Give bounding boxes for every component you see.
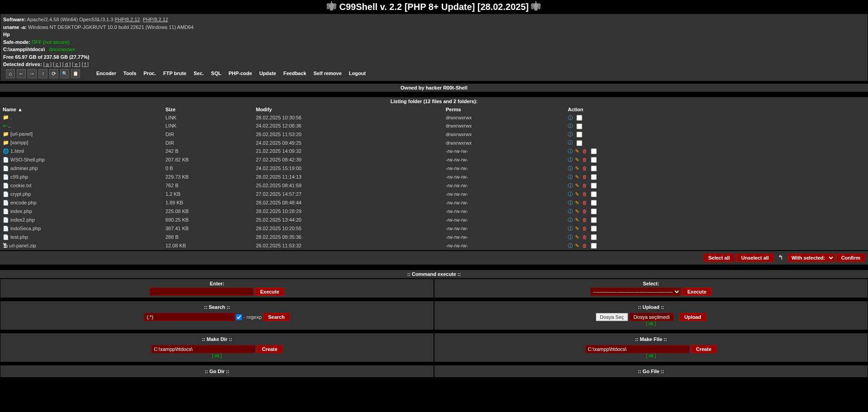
row-checkbox[interactable]: [591, 166, 597, 171]
file-name[interactable]: encode.php: [10, 200, 37, 205]
file-perms[interactable]: -rw-rw-rw-: [443, 242, 565, 250]
file-name[interactable]: 1.html: [10, 148, 24, 154]
file-name[interactable]: index.php: [10, 208, 32, 214]
mkdir-input[interactable]: [151, 345, 255, 353]
file-name[interactable]: c99.php: [10, 174, 28, 180]
edit-icon[interactable]: ✎: [575, 226, 581, 232]
table-row[interactable]: 📄 encode.php1.89 KB28.02.2025 08:48:44-r…: [0, 199, 868, 207]
execute-button[interactable]: Execute: [682, 288, 711, 296]
row-checkbox[interactable]: [576, 123, 582, 129]
edit-icon[interactable]: ✎: [575, 200, 581, 206]
command-input[interactable]: [150, 288, 254, 296]
table-row[interactable]: 📄 adminer.php0 B24.02.2025 15:19:00-rw-r…: [0, 164, 868, 173]
drive-link[interactable]: [ c ]: [53, 62, 61, 67]
drive-link[interactable]: [ e ]: [72, 62, 80, 67]
back-icon[interactable]: [17, 69, 26, 78]
file-name[interactable]: indoSeca.php: [10, 226, 41, 231]
edit-icon[interactable]: ✎: [575, 183, 581, 189]
file-perms[interactable]: drwxrwxrwx: [443, 122, 565, 130]
regexp-checkbox[interactable]: [236, 314, 242, 320]
file-perms[interactable]: -rw-rw-rw-: [443, 164, 565, 173]
file-name[interactable]: ..: [8, 123, 11, 128]
php-link[interactable]: PHP/8.2.12: [114, 17, 140, 22]
table-row[interactable]: 📄 indoSeca.php387.41 KB28.02.2025 10:20:…: [0, 224, 868, 233]
file-perms[interactable]: drwxrwxrwx: [443, 114, 565, 122]
file-name[interactable]: .: [10, 114, 12, 120]
delete-icon[interactable]: 🗑: [582, 166, 589, 172]
file-name[interactable]: url-panel.zip: [9, 243, 36, 248]
table-row[interactable]: 📁 [url-panel]DIR26.02.2025 11:53:20drwxr…: [0, 130, 868, 139]
row-checkbox[interactable]: [591, 148, 597, 154]
file-perms[interactable]: drwxrwxrwx: [443, 138, 565, 147]
edit-icon[interactable]: ✎: [575, 191, 581, 198]
table-row[interactable]: ↩ ..LINK24.02.2025 12:06:36drwxrwxrwxⓘ: [0, 122, 868, 130]
table-row[interactable]: 📄 crypt.php1.2 KB27.02.2025 14:57:27-rw-…: [0, 190, 868, 199]
toolbar-ftp-brute[interactable]: FTP brute: [160, 70, 190, 77]
search-button[interactable]: Search: [263, 313, 290, 321]
edit-icon[interactable]: ✎: [575, 148, 581, 155]
delete-icon[interactable]: 🗑: [582, 226, 589, 232]
table-row[interactable]: 🗜 url-panel.zip12.08 KB26.02.2025 11:53:…: [0, 242, 868, 250]
info-icon[interactable]: ⓘ: [568, 148, 574, 154]
drive-link[interactable]: [ d ]: [62, 62, 71, 67]
mkfile-button[interactable]: Create: [691, 345, 716, 353]
edit-icon[interactable]: ✎: [575, 174, 581, 180]
toolbar-sec-[interactable]: Sec.: [190, 70, 208, 77]
toolbar-update[interactable]: Update: [255, 70, 279, 77]
file-perms[interactable]: drwxrwxrwx: [443, 130, 565, 139]
info-icon[interactable]: ⓘ: [568, 234, 574, 240]
info-icon[interactable]: ⓘ: [568, 123, 574, 129]
table-row[interactable]: 🌐 1.html242 B21.02.2025 14:09:32-rw-rw-r…: [0, 147, 868, 156]
table-row[interactable]: 📁 [xampp]DIR24.02.2025 09:49:25drwxrwxrw…: [0, 138, 868, 147]
col-size[interactable]: Size: [163, 105, 253, 114]
table-row[interactable]: 📁 .LINK28.02.2025 10:30:56drwxrwxrwxⓘ: [0, 114, 868, 122]
delete-icon[interactable]: 🗑: [582, 183, 589, 189]
info-icon[interactable]: ⓘ: [568, 114, 574, 121]
file-perms[interactable]: -rw-rw-rw-: [443, 181, 565, 190]
file-name[interactable]: adminer.php: [10, 166, 38, 171]
delete-icon[interactable]: 🗑: [582, 208, 589, 215]
refresh-icon[interactable]: [49, 69, 58, 78]
search-icon[interactable]: [60, 69, 69, 78]
toolbar-php-code[interactable]: PHP-code: [225, 70, 255, 77]
file-perms[interactable]: -rw-rw-rw-: [443, 233, 565, 242]
table-row[interactable]: 📄 test.php288 B28.02.2025 08:35:36-rw-rw…: [0, 233, 868, 242]
php-link[interactable]: PHP/8.2.12: [143, 17, 168, 22]
info-icon[interactable]: ⓘ: [568, 182, 574, 189]
row-checkbox[interactable]: [591, 208, 597, 214]
info-icon[interactable]: ⓘ: [568, 174, 574, 180]
info-icon[interactable]: ⓘ: [568, 225, 574, 232]
table-row[interactable]: 📄 index.php225.08 KB28.02.2025 10:28:29-…: [0, 207, 868, 216]
row-checkbox[interactable]: [591, 243, 597, 249]
col-name[interactable]: Name ▲: [0, 105, 163, 114]
mkfile-input[interactable]: [585, 345, 689, 353]
file-name[interactable]: [xampp]: [10, 140, 28, 145]
toolbar-sql[interactable]: SQL: [208, 70, 225, 77]
info-icon[interactable]: ⓘ: [568, 217, 574, 223]
row-checkbox[interactable]: [576, 115, 582, 121]
toolbar-proc-[interactable]: Proc.: [140, 70, 160, 77]
delete-icon[interactable]: 🗑: [582, 157, 589, 163]
file-name[interactable]: WSO-Shell.php: [10, 157, 45, 162]
info-icon[interactable]: ⓘ: [568, 156, 574, 163]
home-icon[interactable]: [6, 69, 15, 78]
info-icon[interactable]: ⓘ: [568, 131, 574, 137]
table-row[interactable]: 📄 index2.php690.25 KB25.02.2025 13:44:20…: [0, 216, 868, 224]
mkdir-button[interactable]: Create: [257, 345, 282, 353]
row-checkbox[interactable]: [576, 140, 582, 146]
col-perms[interactable]: Perms: [443, 105, 565, 114]
edit-icon[interactable]: ✎: [575, 166, 581, 172]
file-perms[interactable]: -rw-rw-rw-: [443, 207, 565, 216]
delete-icon[interactable]: 🗑: [582, 200, 589, 206]
info-icon[interactable]: ⓘ: [568, 199, 574, 206]
delete-icon[interactable]: 🗑: [582, 234, 589, 241]
file-perms[interactable]: -rw-rw-rw-: [443, 173, 565, 181]
file-perms[interactable]: -rw-rw-rw-: [443, 216, 565, 224]
unselect-all-button[interactable]: Unselect all: [736, 254, 774, 262]
delete-icon[interactable]: 🗑: [582, 243, 589, 249]
row-checkbox[interactable]: [591, 234, 597, 240]
drive-link[interactable]: [ a ]: [43, 62, 52, 67]
clipboard-icon[interactable]: [71, 69, 80, 78]
row-checkbox[interactable]: [591, 217, 597, 223]
row-checkbox[interactable]: [576, 132, 582, 137]
